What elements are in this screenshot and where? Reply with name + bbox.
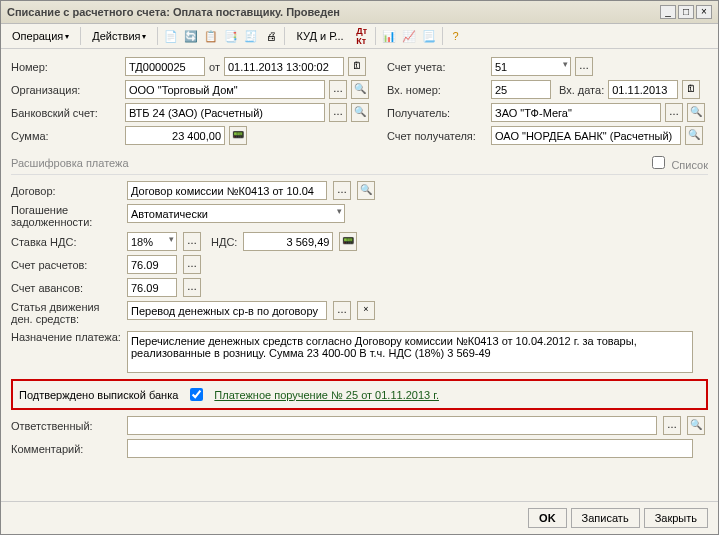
acct-field[interactable]: [491, 57, 571, 76]
bank-label: Банковский счет:: [11, 107, 121, 119]
payment-order-link[interactable]: Платежное поручение № 25 от 01.11.2013 г…: [214, 389, 439, 401]
actions-menu[interactable]: Действия▾: [85, 27, 153, 45]
list-label: Список: [671, 159, 708, 171]
vhdate-picker[interactable]: 🗓: [682, 80, 700, 99]
nds-calc[interactable]: 📟: [339, 232, 357, 251]
tool3-icon[interactable]: 📃: [420, 27, 438, 45]
confirm-checkbox[interactable]: [190, 388, 203, 401]
number-field[interactable]: [125, 57, 205, 76]
tool2-icon[interactable]: 📈: [400, 27, 418, 45]
basedon-icon[interactable]: 📑: [222, 27, 240, 45]
recv-search[interactable]: 🔍: [687, 103, 705, 122]
resp-search[interactable]: 🔍: [687, 416, 705, 435]
flow-field[interactable]: [127, 301, 327, 320]
ndsrate-field[interactable]: [127, 232, 177, 251]
tool1-icon[interactable]: 📊: [380, 27, 398, 45]
recv-field[interactable]: [491, 103, 661, 122]
bank-picker[interactable]: …: [329, 103, 347, 122]
operation-menu[interactable]: Операция▾: [5, 27, 76, 45]
refresh-icon[interactable]: 🔄: [182, 27, 200, 45]
acct-label: Счет учета:: [387, 61, 487, 73]
bank-search[interactable]: 🔍: [351, 103, 369, 122]
sum-calc[interactable]: 📟: [229, 126, 247, 145]
acct2-label: Счет авансов:: [11, 282, 121, 294]
acct1-picker[interactable]: …: [183, 255, 201, 274]
ot-label: от: [209, 61, 220, 73]
vhnum-label: Вх. номер:: [387, 84, 487, 96]
footer: OK Записать Закрыть: [1, 501, 718, 534]
contract-label: Договор:: [11, 185, 121, 197]
acct1-label: Счет расчетов:: [11, 259, 121, 271]
close-window-button[interactable]: ×: [696, 5, 712, 19]
close-button[interactable]: Закрыть: [644, 508, 708, 528]
dtkt-icon[interactable]: ДтКт: [353, 27, 371, 45]
date-picker-button[interactable]: 🗓: [348, 57, 366, 76]
sum-field[interactable]: [125, 126, 225, 145]
flow-label: Статья движения ден. средств:: [11, 301, 121, 325]
org-field[interactable]: [125, 80, 325, 99]
number-label: Номер:: [11, 61, 121, 73]
org-search[interactable]: 🔍: [351, 80, 369, 99]
print-icon[interactable]: 🖨: [262, 27, 280, 45]
acct2-field[interactable]: [127, 278, 177, 297]
resp-picker[interactable]: …: [663, 416, 681, 435]
recvacct-label: Счет получателя:: [387, 130, 487, 142]
comment-field[interactable]: [127, 439, 693, 458]
acct2-picker[interactable]: …: [183, 278, 201, 297]
bank-field[interactable]: [125, 103, 325, 122]
acct1-field[interactable]: [127, 255, 177, 274]
date-field[interactable]: [224, 57, 344, 76]
vhnum-field[interactable]: [491, 80, 551, 99]
toolbar: Операция▾ Действия▾ 📄 🔄 📋 📑 🧾 🖨 КУД и Р.…: [1, 24, 718, 49]
flow-clear[interactable]: ×: [357, 301, 375, 320]
contract-field[interactable]: [127, 181, 327, 200]
recvacct-field[interactable]: [491, 126, 681, 145]
debt-label: Погашение задолженности:: [11, 204, 121, 228]
confirm-label: Подтверждено выпиской банка: [19, 389, 178, 401]
purpose-label: Назначение платежа:: [11, 331, 121, 343]
recvacct-search[interactable]: 🔍: [685, 126, 703, 145]
section-title: Расшифровка платежа Список: [11, 153, 708, 175]
flow-picker[interactable]: …: [333, 301, 351, 320]
window-title: Списание с расчетного счета: Оплата пост…: [7, 6, 658, 18]
ndsrate-picker[interactable]: …: [183, 232, 201, 251]
recv-picker[interactable]: …: [665, 103, 683, 122]
debt-field[interactable]: [127, 204, 345, 223]
resp-label: Ответственный:: [11, 420, 121, 432]
org-picker[interactable]: …: [329, 80, 347, 99]
recv-label: Получатель:: [387, 107, 487, 119]
post-icon[interactable]: 📄: [162, 27, 180, 45]
kudir-button[interactable]: КУД и Р...: [289, 27, 350, 45]
titlebar: Списание с расчетного счета: Оплата пост…: [1, 1, 718, 24]
comment-label: Комментарий:: [11, 443, 121, 455]
confirm-row: Подтверждено выпиской банка Платежное по…: [11, 379, 708, 410]
ndsrate-label: Ставка НДС:: [11, 236, 121, 248]
list-checkbox[interactable]: [652, 156, 665, 169]
resp-field[interactable]: [127, 416, 657, 435]
contract-picker[interactable]: …: [333, 181, 351, 200]
help-icon[interactable]: ?: [447, 27, 465, 45]
repost-icon[interactable]: 📋: [202, 27, 220, 45]
nds-label: НДС:: [211, 236, 237, 248]
sum-label: Сумма:: [11, 130, 121, 142]
maximize-button[interactable]: □: [678, 5, 694, 19]
purpose-field[interactable]: [127, 331, 693, 373]
vhdate-field[interactable]: [608, 80, 678, 99]
acct-picker[interactable]: …: [575, 57, 593, 76]
org-label: Организация:: [11, 84, 121, 96]
nds-field[interactable]: [243, 232, 333, 251]
contract-search[interactable]: 🔍: [357, 181, 375, 200]
minimize-button[interactable]: _: [660, 5, 676, 19]
structure-icon[interactable]: 🧾: [242, 27, 260, 45]
vhdate-label: Вх. дата:: [559, 84, 604, 96]
save-button[interactable]: Записать: [571, 508, 640, 528]
ok-button[interactable]: OK: [528, 508, 567, 528]
